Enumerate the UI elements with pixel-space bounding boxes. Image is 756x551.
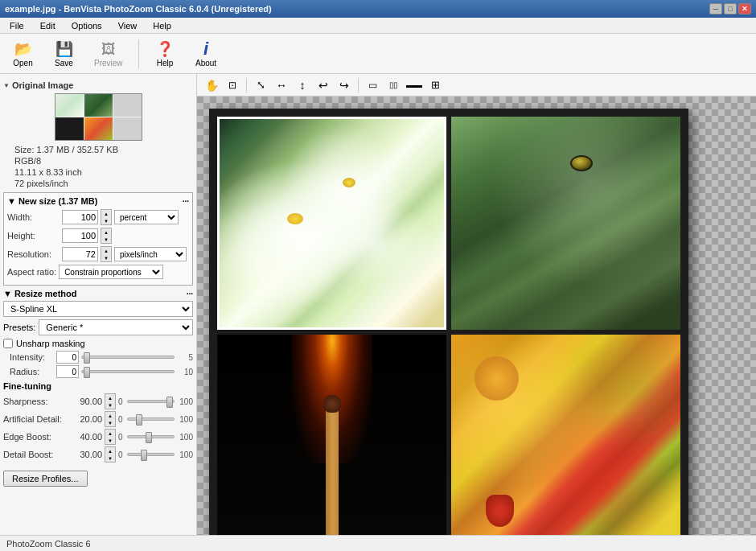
split-v-button[interactable]: ▯▯	[384, 76, 403, 94]
art-detail-track[interactable]	[127, 417, 175, 421]
left-panel: ▼ Original Image Size: 1.37 MB / 352.57 …	[0, 74, 197, 535]
method-expand[interactable]: ···	[187, 290, 193, 298]
maximize-button[interactable]: □	[724, 3, 737, 14]
preview-area[interactable]	[197, 97, 756, 535]
redo-button[interactable]: ↪	[335, 76, 354, 94]
thumbnail-area	[3, 93, 193, 141]
art-detail-up[interactable]: ▲	[105, 412, 115, 419]
grid-view-button[interactable]: ⊞	[425, 76, 445, 94]
status-bar: PhotoZoom Classic 6	[0, 535, 756, 551]
art-detail-down[interactable]: ▼	[105, 419, 115, 426]
save-button[interactable]: 💾 Save	[46, 36, 82, 71]
edge-boost-thumb[interactable]	[146, 432, 152, 443]
art-detail-thumb[interactable]	[136, 414, 142, 426]
sharpness-up[interactable]: ▲	[105, 394, 115, 401]
intensity-row: Intensity: 5	[3, 351, 193, 364]
width-down-btn[interactable]: ▼	[101, 217, 111, 224]
undo-button[interactable]: ↩	[314, 76, 333, 94]
photo-cell-frog	[451, 117, 680, 330]
split-h-button[interactable]: ▬▬	[405, 76, 424, 94]
main-layout: ▼ Original Image Size: 1.37 MB / 352.57 …	[0, 74, 756, 535]
toolbar: 📂 Open 💾 Save 🖼 Preview ❓ Help i About	[0, 34, 756, 74]
photo-cell-match	[217, 335, 446, 535]
split-v-icon: ▯▯	[389, 80, 397, 89]
detail-boost-down[interactable]: ▼	[105, 454, 115, 462]
intensity-track[interactable]	[81, 356, 175, 359]
intensity-thumb[interactable]	[84, 352, 90, 364]
select-tool-button[interactable]: ⊡	[223, 76, 242, 94]
toolbar-separator	[138, 39, 139, 68]
menu-file[interactable]: File	[3, 19, 31, 32]
thumb-match	[55, 117, 84, 140]
detail-boost-thumb[interactable]	[141, 450, 147, 461]
detail-boost-track[interactable]	[127, 453, 175, 456]
photo-cell-flowers	[217, 117, 446, 330]
edge-boost-up[interactable]: ▲	[105, 430, 115, 437]
help-button[interactable]: ❓ Help	[147, 36, 183, 71]
menu-edit[interactable]: Edit	[34, 19, 62, 32]
frog-bg	[451, 117, 680, 330]
presets-row: Presets: Generic * Generic Photo Illustr…	[3, 319, 193, 335]
method-select[interactable]: S-Spline XL S-Spline Max S-Spline Lanczo…	[3, 301, 193, 317]
resolution-input[interactable]	[62, 247, 98, 261]
hand-tool-button[interactable]: ✋	[202, 76, 221, 94]
detail-boost-up[interactable]: ▲	[105, 447, 115, 454]
unsharp-label: Unsharp masking	[16, 339, 85, 348]
strawberry	[486, 495, 514, 527]
width-unit-select[interactable]: percent pixels inches cm	[114, 210, 179, 224]
single-view-button[interactable]: ▭	[363, 76, 382, 94]
res-up-btn[interactable]: ▲	[101, 247, 111, 254]
hand-icon: ✋	[205, 79, 219, 92]
width-up-btn[interactable]: ▲	[101, 210, 111, 217]
radius-thumb[interactable]	[84, 367, 90, 378]
resize-profiles-button[interactable]: Resize Profiles...	[3, 471, 88, 487]
width-input[interactable]	[62, 210, 98, 224]
flip-v-button[interactable]: ↕	[293, 76, 312, 94]
width-spinner: ▲ ▼	[101, 209, 112, 225]
resize-icon: ⤡	[257, 79, 265, 91]
flip-h-icon: ↔	[276, 79, 287, 92]
resolution-row: Resolution: ▲ ▼ pixels/inch pixels/cm	[7, 246, 189, 262]
menu-view[interactable]: View	[112, 19, 144, 32]
original-image-title: Original Image	[12, 80, 73, 90]
close-button[interactable]: ✕	[738, 3, 751, 14]
match-stick	[326, 409, 339, 535]
menu-help[interactable]: Help	[146, 19, 178, 32]
open-button[interactable]: 📂 Open	[5, 36, 41, 71]
edge-boost-down[interactable]: ▼	[105, 437, 115, 444]
presets-select[interactable]: Generic * Generic Photo Illustration	[39, 319, 193, 335]
radius-track[interactable]	[81, 370, 175, 373]
height-spinner: ▲ ▼	[101, 228, 112, 244]
res-down-btn[interactable]: ▼	[101, 254, 111, 261]
thumbnail-grid	[55, 93, 142, 141]
sharpness-label: Sharpness:	[3, 397, 72, 406]
aspect-select[interactable]: Constrain proportions Free Custom	[59, 265, 163, 279]
sharpness-thumb[interactable]	[166, 397, 173, 408]
detail-boost-spinner: ▲ ▼	[105, 446, 116, 463]
menu-options[interactable]: Options	[65, 19, 109, 32]
flip-v-icon: ↕	[300, 79, 306, 92]
unsharp-masking-section: Unsharp masking Intensity: 5 Radius: 10	[3, 339, 193, 378]
height-input[interactable]	[62, 228, 98, 243]
flip-h-button[interactable]: ↔	[272, 76, 291, 94]
sharpness-down[interactable]: ▼	[105, 401, 115, 409]
radius-input[interactable]	[56, 365, 79, 378]
height-down-btn[interactable]: ▼	[101, 236, 111, 243]
detail-boost-value: 30.00	[74, 450, 102, 459]
preview-icon: 🖼	[99, 39, 118, 59]
minimize-button[interactable]: ─	[709, 3, 722, 14]
open-icon: 📂	[14, 39, 33, 59]
new-size-expand[interactable]: ···	[183, 197, 189, 206]
sharpness-track[interactable]	[127, 400, 175, 403]
about-button[interactable]: i About	[188, 36, 224, 71]
edge-boost-zero: 0	[118, 433, 125, 442]
edge-boost-track[interactable]	[127, 435, 175, 438]
fine-tuning-title: Fine-tuning	[3, 381, 51, 391]
res-unit-select[interactable]: pixels/inch pixels/cm	[114, 247, 187, 261]
unsharp-checkbox[interactable]	[3, 339, 13, 348]
intensity-input[interactable]	[56, 351, 79, 364]
height-up-btn[interactable]: ▲	[101, 228, 111, 236]
resize-tool-button[interactable]: ⤡	[251, 76, 270, 94]
about-icon: i	[196, 39, 216, 59]
resize-method-header: ▼ Resize method ···	[3, 289, 193, 298]
